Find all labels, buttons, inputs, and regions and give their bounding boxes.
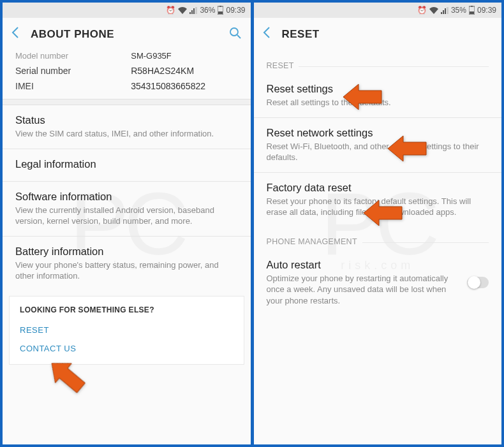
left-screenshot: PC risk.com ⏰ 36% 09:39 ABOUT PHONE Mode…: [3, 3, 251, 444]
wifi-icon: [429, 7, 438, 14]
info-imei: IMEI 354315083665822: [3, 78, 251, 99]
imei-value: 354315083665822: [131, 81, 237, 91]
info-model: Model number SM-G935F: [3, 51, 251, 63]
clock: 09:39: [226, 6, 245, 15]
battery-desc: View your phone's battery status, remain…: [15, 260, 238, 282]
wifi-icon: [178, 7, 187, 14]
model-value: SM-G935F: [131, 51, 237, 61]
app-header: RESET: [254, 18, 502, 51]
item-auto-restart[interactable]: Auto restart Optimize your phone by rest…: [254, 250, 502, 316]
page-title: ABOUT PHONE: [31, 28, 229, 41]
item-battery[interactable]: Battery information View your phone's ba…: [3, 237, 251, 291]
svg-rect-1: [219, 6, 221, 7]
status-bar: ⏰ 35% 09:39: [254, 3, 502, 18]
content: Model number SM-G935F Serial number R58H…: [3, 51, 251, 444]
signal-icon: [189, 7, 197, 14]
legal-title: Legal information: [15, 158, 238, 170]
battery-icon: [218, 6, 223, 15]
item-reset-network[interactable]: Reset network settings Reset Wi-Fi, Blue…: [254, 118, 502, 172]
info-serial: Serial number R58HA2S24KM: [3, 63, 251, 78]
software-desc: View the currently installed Android ver…: [15, 205, 238, 227]
footer-reset-link[interactable]: RESET: [20, 321, 233, 339]
item-software[interactable]: Software information View the currently …: [3, 182, 251, 236]
right-screenshot: PC risk.com ⏰ 35% 09:39 RESET RESET Rese…: [254, 3, 502, 444]
reset-network-title: Reset network settings: [267, 127, 489, 139]
item-factory-reset[interactable]: Factory data reset Reset your phone to i…: [254, 173, 502, 227]
app-header: ABOUT PHONE: [3, 18, 251, 51]
svg-rect-2: [218, 11, 223, 14]
svg-point-3: [230, 28, 238, 36]
reset-settings-desc: Reset all settings to their defaults.: [267, 97, 489, 108]
alarm-icon: ⏰: [166, 6, 175, 15]
svg-line-4: [237, 35, 241, 38]
back-icon[interactable]: [263, 26, 271, 43]
auto-restart-title: Auto restart: [267, 259, 457, 271]
item-reset-settings[interactable]: Reset settings Reset all settings to the…: [254, 74, 502, 117]
footer-contact-link[interactable]: CONTACT US: [20, 339, 233, 358]
model-label: Model number: [15, 51, 131, 61]
battery-text: 35%: [451, 6, 466, 15]
alarm-icon: ⏰: [417, 6, 427, 15]
footer-heading: LOOKING FOR SOMETHING ELSE?: [20, 305, 233, 314]
software-title: Software information: [15, 191, 238, 203]
auto-restart-desc: Optimize your phone by restarting it aut…: [267, 273, 457, 307]
svg-rect-7: [470, 11, 474, 14]
factory-reset-title: Factory data reset: [267, 182, 489, 194]
signal-icon: [441, 7, 448, 14]
battery-icon: [469, 6, 475, 15]
clock: 09:39: [477, 6, 496, 15]
back-icon[interactable]: [11, 26, 19, 43]
section-phone-management: PHONE MANAGEMENT: [254, 227, 502, 250]
battery-text: 36%: [200, 6, 215, 15]
item-status[interactable]: Status View the SIM card status, IMEI, a…: [3, 105, 251, 149]
item-legal[interactable]: Legal information: [3, 149, 251, 181]
content: RESET Reset settings Reset all settings …: [254, 51, 502, 444]
serial-value: R58HA2S24KM: [131, 66, 237, 76]
factory-reset-desc: Reset your phone to its factory default …: [267, 196, 489, 218]
section-reset: RESET: [254, 51, 502, 74]
search-icon[interactable]: [229, 27, 242, 42]
footer-card: LOOKING FOR SOMETHING ELSE? RESET CONTAC…: [9, 296, 244, 365]
page-title: RESET: [282, 28, 493, 41]
status-bar: ⏰ 36% 09:39: [3, 3, 251, 18]
imei-label: IMEI: [15, 81, 131, 91]
reset-network-desc: Reset Wi-Fi, Bluetooth, and other networ…: [267, 141, 489, 163]
reset-settings-title: Reset settings: [267, 83, 489, 95]
battery-title: Battery information: [15, 245, 238, 258]
status-title: Status: [15, 114, 238, 126]
svg-rect-6: [471, 6, 473, 7]
auto-restart-toggle[interactable]: [467, 277, 489, 288]
divider: [3, 99, 251, 105]
status-desc: View the SIM card status, IMEI, and othe…: [15, 128, 238, 140]
serial-label: Serial number: [15, 66, 131, 76]
